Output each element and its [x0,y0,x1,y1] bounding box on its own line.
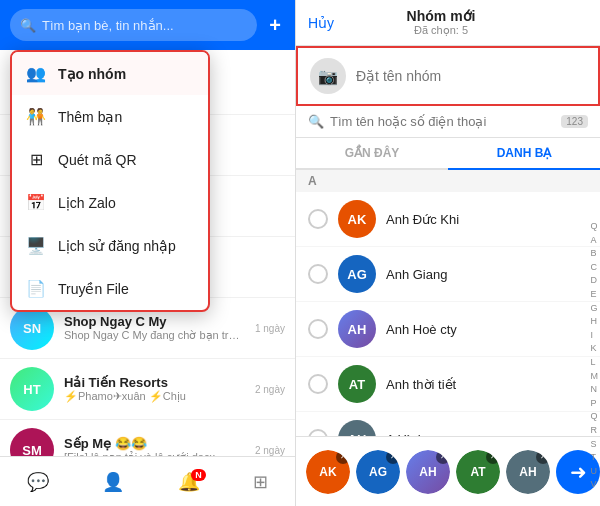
menu-create-group[interactable]: 👥 Tạo nhóm [12,52,208,95]
contact-search-bar: 🔍 123 [296,106,600,138]
login-history-icon: 🖥️ [26,236,46,255]
chat-content: Hải Tiến Resorts ⚡Phamo✈xuân ⚡Chịu [64,375,245,403]
group-title-sub: Đã chọn: 5 [407,24,476,37]
nav-notifications[interactable]: 🔔 N [168,467,210,497]
contact-item[interactable]: AH Anh Hoè cty [296,302,600,357]
cancel-button[interactable]: Hủy [308,15,334,31]
tab-contacts[interactable]: DANH BẠ [448,138,600,170]
remove-selected-icon[interactable]: ✕ [436,450,450,464]
add-button[interactable]: + [265,10,285,41]
contact-name: Anh thời tiết [386,377,456,392]
nav-contacts[interactable]: 👤 [92,467,134,497]
contact-item[interactable]: AH A Hình [296,412,600,436]
alphabet-letter[interactable]: C [591,261,599,274]
contact-list: A AK Anh Đức Khi AG Anh Giang AH Anh Hoè… [296,170,600,436]
tab-recent[interactable]: GẦN ĐÂY [296,138,448,168]
chat-content: Sếp Mẹ 😂😂 [File] lê nạp tải và lê cưới.d… [64,436,245,456]
contact-radio [308,264,328,284]
create-group-icon: 👥 [26,64,46,83]
camera-icon: 📷 [318,67,338,86]
left-header: 🔍 Tìm bạn bè, tin nhắn... + [0,0,295,50]
calendar-icon: 📅 [26,193,46,212]
contact-item[interactable]: AK Anh Đức Khi [296,192,600,247]
menu-calendar[interactable]: 📅 Lịch Zalo [12,181,208,224]
contact-item[interactable]: AT Anh thời tiết [296,357,600,412]
contact-avatar: AK [338,200,376,238]
chat-avatar: SN [10,306,54,350]
alphabet-letter[interactable]: G [591,302,599,315]
chat-item[interactable]: SM Sếp Mẹ 😂😂 [File] lê nạp tải và lê cướ… [0,420,295,456]
nav-more[interactable]: ⊞ [243,467,278,497]
chat-item[interactable]: HT Hải Tiến Resorts ⚡Phamo✈xuân ⚡Chịu 2 … [0,359,295,420]
more-icon: ⊞ [253,471,268,493]
contact-search-input[interactable] [330,114,555,129]
section-header-a: A [296,170,600,192]
group-title: Nhóm mới Đã chọn: 5 [407,8,476,37]
search-bar[interactable]: 🔍 Tìm bạn bè, tin nhắn... [10,9,257,41]
menu-add-friend[interactable]: 🧑‍🤝‍🧑 Thêm bạn [12,95,208,138]
remove-selected-icon[interactable]: ✕ [486,450,500,464]
menu-calendar-label: Lịch Zalo [58,195,116,211]
contact-radio [308,209,328,229]
alphabet-letter[interactable]: E [591,288,599,301]
menu-scan-qr[interactable]: ⊞ Quét mã QR [12,138,208,181]
alphabet-letter[interactable]: U [591,465,599,478]
chat-preview: Shop Ngay C My đang chờ bạn trả lời tin … [64,329,245,342]
alphabet-letter[interactable]: Q [591,410,599,423]
alphabet-letter[interactable]: R [591,424,599,437]
selected-avatar[interactable]: AH ✕ [406,450,450,494]
alphabet-index: QABCDEGHIKLMNPQRSTUV [591,220,599,491]
contact-radio [308,429,328,436]
contact-name: Anh Đức Khi [386,212,459,227]
menu-login-history[interactable]: 🖥️ Lịch sử đăng nhập [12,224,208,267]
selected-avatar[interactable]: AG ✕ [356,450,400,494]
group-name-input[interactable] [356,68,586,84]
chat-name: Sếp Mẹ 😂😂 [64,436,245,451]
alphabet-letter[interactable]: N [591,383,599,396]
remove-selected-icon[interactable]: ✕ [386,450,400,464]
add-friend-icon: 🧑‍🤝‍🧑 [26,107,46,126]
contact-item[interactable]: AG Anh Giang [296,247,600,302]
alphabet-letter[interactable]: D [591,274,599,287]
alphabet-letter[interactable]: L [591,356,599,369]
selected-avatar[interactable]: AH ✕ [506,450,550,494]
alphabet-letter[interactable]: K [591,342,599,355]
bottom-nav: 💬 👤 🔔 N ⊞ [0,456,295,506]
alphabet-letter[interactable]: Q [591,220,599,233]
search-badge: 123 [561,115,588,128]
group-name-area: 📷 [296,46,600,106]
camera-button[interactable]: 📷 [310,58,346,94]
selected-avatar[interactable]: AT ✕ [456,450,500,494]
remove-selected-icon[interactable]: ✕ [536,450,550,464]
alphabet-letter[interactable]: A [591,234,599,247]
remove-selected-icon[interactable]: ✕ [336,450,350,464]
contact-name: Anh Giang [386,267,447,282]
chat-content: Shop Ngay C My Shop Ngay C My đang chờ b… [64,314,245,342]
alphabet-letter[interactable]: T [591,451,599,464]
alphabet-letter[interactable]: H [591,315,599,328]
chat-time: 2 ngày [255,384,285,395]
chat-name: Hải Tiến Resorts [64,375,245,390]
nav-chat[interactable]: 💬 [17,467,59,497]
chat-avatar: HT [10,367,54,411]
alphabet-letter[interactable]: S [591,438,599,451]
alphabet-letter[interactable]: V [591,478,599,491]
selected-avatar[interactable]: AK ✕ [306,450,350,494]
contacts-icon: 👤 [102,471,124,493]
chat-name: Shop Ngay C My [64,314,245,329]
contact-avatar: AH [338,420,376,436]
alphabet-letter[interactable]: M [591,370,599,383]
menu-create-group-label: Tạo nhóm [58,66,126,82]
menu-transfer-file[interactable]: 📄 Truyền File [12,267,208,310]
group-title-main: Nhóm mới [407,8,476,24]
alphabet-letter[interactable]: B [591,247,599,260]
menu-add-friend-label: Thêm bạn [58,109,122,125]
right-header: Hủy Nhóm mới Đã chọn: 5 [296,0,600,46]
contact-avatar: AG [338,255,376,293]
menu-transfer-file-label: Truyền File [58,281,129,297]
alphabet-letter[interactable]: I [591,329,599,342]
notification-badge: N [191,469,206,481]
chat-preview: ⚡Phamo✈xuân ⚡Chịu [64,390,245,403]
search-placeholder: Tìm bạn bè, tin nhắn... [42,18,174,33]
alphabet-letter[interactable]: P [591,397,599,410]
